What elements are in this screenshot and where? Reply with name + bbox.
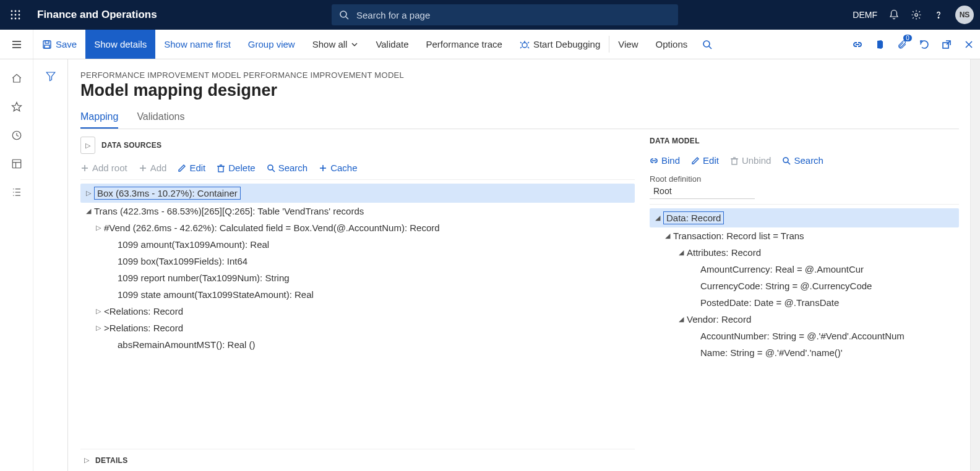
global-search[interactable]	[332, 4, 678, 25]
svg-point-25	[703, 41, 710, 47]
attachments-button[interactable]: 0	[891, 30, 913, 59]
chevron-down-icon	[351, 41, 358, 48]
company-label[interactable]: DEMF	[853, 10, 877, 20]
search-icon	[339, 10, 349, 20]
options-menu[interactable]: Options	[647, 30, 697, 59]
office-icon[interactable]	[869, 30, 891, 59]
performance-trace-button[interactable]: Performance trace	[417, 30, 510, 59]
svg-point-1	[15, 11, 17, 12]
group-view-button[interactable]: Group view	[239, 30, 304, 59]
bell-icon[interactable]	[888, 9, 900, 20]
svg-line-26	[709, 46, 711, 49]
svg-line-24	[528, 47, 529, 48]
command-bar: Save Show details Show name first Group …	[0, 30, 980, 59]
header-search-button[interactable]	[696, 30, 718, 59]
attachments-count: 0	[903, 35, 912, 41]
topbar: Finance and Operations DEMF NS	[0, 0, 980, 30]
show-details-button[interactable]: Show details	[85, 30, 155, 59]
svg-point-7	[15, 18, 17, 20]
validate-button[interactable]: Validate	[367, 30, 417, 59]
popout-icon	[942, 40, 952, 49]
svg-point-9	[340, 11, 346, 17]
svg-rect-17	[45, 41, 49, 43]
start-debugging-button[interactable]: Start Debugging	[511, 30, 609, 59]
svg-line-21	[520, 42, 522, 43]
user-avatar[interactable]: NS	[955, 6, 974, 24]
view-menu[interactable]: View	[609, 30, 647, 59]
svg-line-22	[528, 42, 529, 43]
refresh-button[interactable]	[913, 30, 935, 59]
close-icon	[965, 40, 973, 49]
svg-point-8	[19, 18, 20, 20]
svg-line-10	[346, 17, 348, 19]
svg-point-3	[11, 14, 13, 16]
debug-icon	[520, 40, 530, 49]
save-button[interactable]: Save	[33, 30, 85, 59]
svg-rect-18	[45, 45, 49, 48]
svg-point-2	[19, 11, 20, 12]
link-icon[interactable]	[846, 30, 869, 59]
svg-point-19	[522, 43, 527, 48]
hamburger-icon[interactable]	[0, 30, 33, 59]
svg-point-6	[11, 18, 13, 20]
svg-point-0	[11, 11, 13, 12]
svg-point-12	[938, 17, 939, 19]
brand-title: Finance and Operations	[37, 9, 157, 21]
save-icon	[42, 40, 52, 49]
show-name-first-button[interactable]: Show name first	[155, 30, 239, 59]
search-icon	[702, 40, 712, 49]
app-launcher-icon[interactable]	[6, 6, 25, 24]
svg-point-4	[15, 14, 17, 16]
global-search-input[interactable]	[355, 9, 671, 21]
svg-point-5	[19, 14, 20, 16]
help-icon[interactable]	[933, 9, 944, 20]
refresh-icon	[919, 40, 929, 49]
popout-button[interactable]	[935, 30, 958, 59]
close-button[interactable]	[958, 30, 980, 59]
svg-point-11	[915, 14, 918, 17]
show-all-dropdown[interactable]: Show all	[304, 30, 368, 59]
gear-icon[interactable]	[911, 9, 922, 20]
svg-line-23	[520, 47, 522, 48]
